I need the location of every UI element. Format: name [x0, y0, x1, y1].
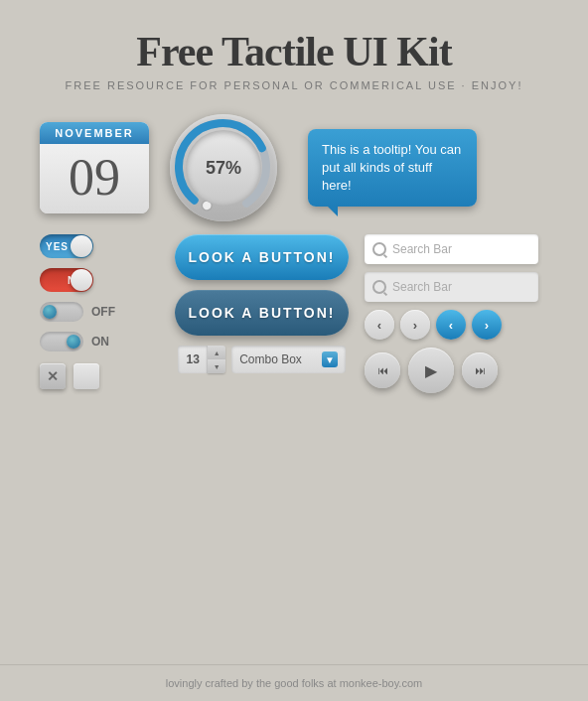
search-icon-2: [372, 280, 386, 294]
dial-inner: 57%: [186, 130, 261, 206]
combo-label: Combo Box: [239, 352, 302, 366]
button-1[interactable]: LOOK A BUTTON!: [175, 234, 349, 280]
search-bar-1[interactable]: Search Bar: [365, 234, 538, 264]
calendar-month: NOVEMBER: [40, 122, 149, 144]
spinner: 13 ▲ ▼: [178, 346, 225, 373]
yes-toggle-row: YES: [40, 234, 159, 258]
button-2-label: LOOK A BUTTON!: [188, 305, 335, 321]
rewind-button[interactable]: ⏮: [365, 352, 400, 388]
row2: YES NO OFF: [40, 234, 548, 393]
no-toggle-row: NO: [40, 268, 159, 292]
dial-widget: 57%: [169, 113, 278, 222]
row1: NOVEMBER 09 57%: [40, 113, 548, 222]
search-icon-1: [372, 242, 386, 256]
play-button[interactable]: ▶: [408, 348, 454, 393]
fastforward-button[interactable]: ⏭: [462, 352, 498, 388]
yes-knob: [71, 235, 92, 257]
header: Free Tactile UI Kit FREE RESOURCE FOR PE…: [46, 0, 543, 103]
pagination-row: ‹ › ‹ ›: [365, 310, 543, 340]
checkbox[interactable]: [74, 363, 99, 389]
button-2[interactable]: LOOK A BUTTON!: [175, 290, 349, 336]
on-radio-row: ON: [40, 332, 159, 351]
page-subtitle: FREE RESOURCE FOR PERSONAL OR COMMERICAL…: [66, 79, 523, 91]
tooltip-bubble: This is a tooltip! You can put all kinds…: [308, 129, 477, 208]
main-container: Free Tactile UI Kit FREE RESOURCE FOR PE…: [0, 0, 588, 701]
calendar-body: 09: [40, 144, 149, 213]
calendar-widget: NOVEMBER 09: [40, 122, 149, 213]
page-title: Free Tactile UI Kit: [66, 28, 523, 75]
on-dot: [67, 335, 80, 349]
yes-label: YES: [46, 241, 69, 252]
prev-blue-button[interactable]: ‹: [436, 310, 466, 340]
next-button[interactable]: ›: [400, 310, 430, 340]
on-radio[interactable]: [40, 332, 83, 351]
spinner-up[interactable]: ▲: [208, 346, 225, 359]
calendar-day: 09: [40, 152, 149, 204]
dial-outer: 57%: [170, 114, 277, 221]
spinner-arrows: ▲ ▼: [208, 346, 225, 373]
yes-toggle[interactable]: YES: [40, 234, 93, 258]
off-radio[interactable]: [40, 302, 83, 322]
no-toggle[interactable]: NO: [40, 268, 93, 292]
tooltip-text: This is a tooltip! You can put all kinds…: [322, 142, 461, 193]
media-controls: ⏮ ▶ ⏭: [365, 348, 543, 393]
footer-text: lovingly crafted by the good folks at mo…: [166, 677, 422, 689]
combo-row: 13 ▲ ▼ Combo Box ▼: [178, 346, 346, 373]
on-label: ON: [91, 335, 109, 349]
x-button[interactable]: ✕: [40, 363, 66, 389]
combo-dropdown-icon: ▼: [322, 351, 338, 367]
button-1-label: LOOK A BUTTON!: [188, 249, 335, 265]
toggles-column: YES NO OFF: [40, 234, 159, 389]
dial-value: 57%: [206, 158, 241, 179]
off-radio-row: OFF: [40, 302, 159, 322]
footer: lovingly crafted by the good folks at mo…: [0, 664, 588, 701]
search-bar-2[interactable]: Search Bar: [365, 272, 538, 302]
next-blue-button[interactable]: ›: [472, 310, 502, 340]
right-column: Search Bar Search Bar ‹ › ‹ › ⏮ ▶: [365, 234, 543, 393]
checkbox-row: ✕: [40, 363, 159, 389]
off-dot: [43, 305, 57, 319]
buttons-column: LOOK A BUTTON! LOOK A BUTTON! 13 ▲ ▼: [175, 234, 349, 373]
off-label: OFF: [91, 305, 115, 319]
combo-select[interactable]: Combo Box ▼: [231, 346, 346, 373]
prev-button[interactable]: ‹: [365, 310, 394, 340]
spinner-down[interactable]: ▼: [208, 359, 225, 373]
search-placeholder-1: Search Bar: [392, 242, 452, 256]
content-area: NOVEMBER 09 57%: [0, 103, 588, 664]
no-knob: [71, 269, 92, 291]
spinner-value[interactable]: 13: [178, 346, 208, 373]
search-placeholder-2: Search Bar: [392, 280, 452, 294]
